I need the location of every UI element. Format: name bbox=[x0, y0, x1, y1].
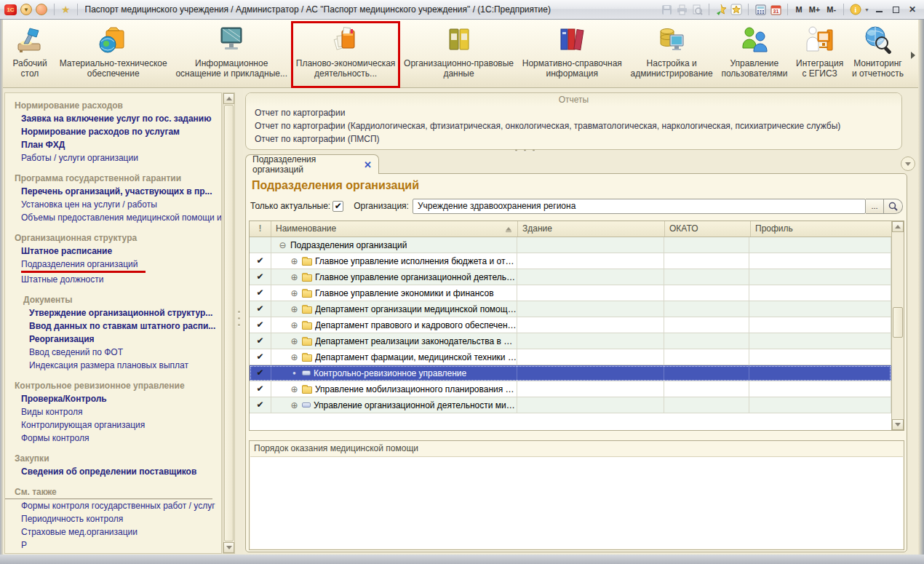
column-header-profile[interactable]: Профиль bbox=[751, 221, 893, 237]
service-menu-button[interactable] bbox=[36, 4, 47, 15]
sidebar-item[interactable]: Формы контроля государственных работ / у… bbox=[5, 499, 221, 512]
tree-cell[interactable]: ⊕Главное управление исполнения бюджета и… bbox=[271, 253, 517, 269]
cell-building[interactable] bbox=[517, 301, 664, 317]
memory-m-plus-button[interactable]: M+ bbox=[807, 5, 823, 14]
report-link[interactable]: Отчет по картографии (ПМСП) bbox=[246, 132, 901, 146]
cell-profile[interactable] bbox=[749, 269, 891, 285]
ribbon-item-books[interactable]: Нормативно-справочная информация bbox=[522, 23, 622, 79]
ribbon-item-users[interactable]: Управление пользователями bbox=[721, 23, 787, 79]
memory-m-button[interactable]: M bbox=[793, 5, 804, 14]
collapse-icon[interactable]: ⊖ bbox=[278, 240, 287, 250]
table-row[interactable]: ✔⊕Главное управление организационной дея… bbox=[250, 269, 891, 285]
table-row[interactable]: ✔⊕Департамент организации медицинской по… bbox=[250, 301, 891, 317]
sidebar-item[interactable]: Ввод данных по ставкам штатного распи... bbox=[5, 319, 221, 333]
sidebar-item[interactable]: Перечень организаций, участвующих в пр..… bbox=[5, 185, 221, 198]
collapse-reports-button[interactable] bbox=[901, 156, 915, 171]
expand-icon[interactable]: ⊕ bbox=[290, 272, 299, 282]
cell-profile[interactable] bbox=[749, 397, 891, 413]
sidebar-item[interactable]: Нормирование расходов по услугам bbox=[5, 125, 221, 138]
sidebar-item[interactable]: Ввод сведений по ФОТ bbox=[5, 346, 221, 359]
tree-cell[interactable]: ⊕Управление организационной деятельности… bbox=[271, 397, 517, 413]
cell-okato[interactable] bbox=[664, 365, 750, 381]
expand-icon[interactable]: ⊕ bbox=[290, 304, 299, 314]
tree-cell[interactable]: ⊕Департамент правового и кадрового обесп… bbox=[271, 317, 517, 333]
ribbon-item-admin[interactable]: Настройка и администрирование bbox=[631, 23, 713, 79]
sidebar-item[interactable]: Периодичность контроля bbox=[5, 512, 221, 525]
sidebar-item[interactable]: Штатное расписание bbox=[5, 245, 221, 258]
sidebar-item[interactable]: Объемы предоставления медицинской помощи… bbox=[5, 211, 221, 224]
tree-cell[interactable]: ⊕Главное управление экономики и финансов bbox=[271, 285, 517, 301]
choose-button[interactable]: ... bbox=[866, 199, 884, 214]
close-button[interactable]: ✕ bbox=[905, 3, 920, 16]
tree-cell[interactable]: ⊕Департамент фармации, медицинской техни… bbox=[271, 349, 517, 365]
sidebar-item[interactable]: Реорганизация bbox=[5, 333, 221, 346]
sidebar-item[interactable]: Страховые мед.организации bbox=[5, 525, 221, 539]
table-row[interactable]: ✔⊕Главное управление исполнения бюджета … bbox=[250, 253, 891, 269]
panel-splitter-dots[interactable] bbox=[515, 149, 535, 151]
tree-cell[interactable]: ⊕Департамент реализации законодательства… bbox=[271, 333, 517, 349]
cell-profile[interactable] bbox=[749, 317, 891, 333]
cell-okato[interactable] bbox=[664, 269, 750, 285]
column-header-okato[interactable]: ОКАТО bbox=[665, 221, 751, 237]
cell-okato[interactable] bbox=[664, 349, 750, 365]
cell-profile[interactable] bbox=[749, 253, 891, 269]
cell-okato[interactable] bbox=[664, 301, 750, 317]
tree-cell[interactable]: ⊕Управление мобилизационного планировани… bbox=[271, 381, 517, 397]
cell-building[interactable] bbox=[517, 333, 664, 349]
favorites-list-icon[interactable] bbox=[730, 3, 743, 16]
sidebar-item[interactable]: Р bbox=[5, 539, 221, 552]
minimize-button[interactable] bbox=[872, 3, 886, 16]
sidebar-item[interactable]: Сведения об определении поставщиков bbox=[5, 465, 221, 478]
cell-okato[interactable] bbox=[664, 285, 750, 301]
cell-building[interactable] bbox=[517, 253, 664, 269]
sidebar-item[interactable]: Виды контроля bbox=[5, 405, 221, 418]
table-row[interactable]: ✔⊕Управление организационной деятельност… bbox=[250, 397, 891, 413]
cell-building[interactable] bbox=[517, 365, 664, 381]
organization-input[interactable] bbox=[413, 199, 866, 214]
sidebar-scrollbar[interactable] bbox=[223, 92, 235, 554]
report-link[interactable]: Отчет по картографии bbox=[246, 106, 901, 119]
table-row[interactable]: ⊖Подразделения организаций bbox=[250, 237, 891, 253]
expand-icon[interactable]: ⊕ bbox=[290, 400, 299, 410]
table-scrollbar[interactable] bbox=[891, 221, 904, 430]
table-row[interactable]: ✔⊕Управление мобилизационного планирован… bbox=[250, 381, 891, 397]
cell-building[interactable] bbox=[517, 285, 664, 301]
sidebar-item[interactable]: Заявка на включение услуг по гос. задани… bbox=[5, 112, 221, 125]
sidebar-item[interactable]: Формы контроля bbox=[5, 432, 221, 445]
sidebar-item[interactable]: Утверждение организационной структур... bbox=[5, 306, 221, 319]
ribbon-item-desk[interactable]: Рабочий стол bbox=[9, 23, 51, 79]
tree-cell[interactable]: ●Контрольно-ревизионное управление bbox=[271, 365, 517, 381]
table-row[interactable]: ✔⊕Департамент правового и кадрового обес… bbox=[250, 317, 891, 333]
scroll-down-icon[interactable] bbox=[892, 419, 904, 430]
sidebar-item[interactable]: Подразделения организаций bbox=[21, 258, 146, 273]
calendar-icon[interactable]: 31 bbox=[769, 3, 782, 16]
ribbon-item-mto[interactable]: Материально-техническое обеспечение bbox=[60, 23, 167, 79]
cell-okato[interactable] bbox=[664, 333, 750, 349]
cell-profile[interactable] bbox=[749, 301, 891, 317]
preview-icon[interactable] bbox=[690, 3, 704, 16]
save-icon[interactable] bbox=[660, 3, 673, 16]
cell-building[interactable] bbox=[517, 237, 664, 253]
cell-profile[interactable] bbox=[749, 349, 891, 365]
column-header-status[interactable]: ! bbox=[250, 221, 271, 237]
cell-profile[interactable] bbox=[749, 333, 891, 349]
scroll-up-icon[interactable] bbox=[892, 221, 904, 232]
info-dropdown-icon[interactable]: ▼ bbox=[864, 7, 869, 12]
calculator-icon[interactable] bbox=[754, 3, 767, 16]
tree-cell[interactable]: ⊕Главное управление организационной деят… bbox=[271, 269, 517, 285]
expand-icon[interactable]: ⊕ bbox=[290, 320, 299, 330]
sidebar-item[interactable]: Контролирующая организация bbox=[5, 418, 221, 432]
expand-icon[interactable]: ⊕ bbox=[290, 352, 299, 362]
expand-icon[interactable]: ⊕ bbox=[290, 288, 299, 298]
cell-okato[interactable] bbox=[664, 253, 750, 269]
ribbon-item-infra[interactable]: Информационное оснащение и прикладные... bbox=[175, 23, 287, 79]
cell-profile[interactable] bbox=[749, 237, 891, 253]
table-row[interactable]: ✔●Контрольно-ревизионное управление bbox=[250, 365, 891, 381]
table-row[interactable]: ✔⊕Департамент фармации, медицинской техн… bbox=[250, 349, 891, 365]
sidebar-item[interactable]: Установка цен на услуги / работы bbox=[5, 198, 221, 211]
tab-departments[interactable]: Подразделения организаций ✕ bbox=[245, 154, 379, 174]
sidebar-item[interactable]: Работы / услуги организации bbox=[5, 151, 221, 164]
cell-okato[interactable] bbox=[664, 381, 750, 397]
sidebar-item[interactable]: Индексация размера плановых выплат bbox=[5, 359, 221, 372]
table-row[interactable]: ✔⊕Департамент реализации законодательств… bbox=[250, 333, 891, 349]
